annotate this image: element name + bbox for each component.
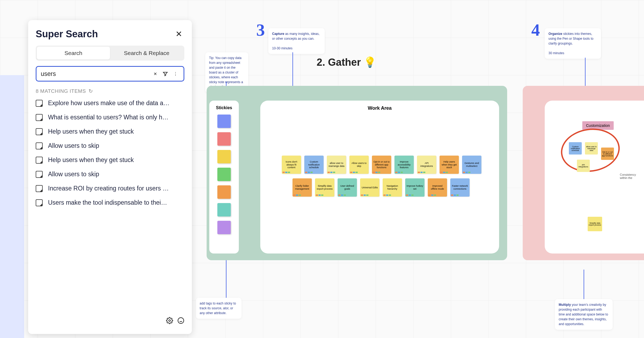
palette-swatch[interactable]	[217, 185, 231, 199]
search-result-item[interactable]: Allow users to skip	[36, 171, 184, 178]
sticky-note[interactable]: Improve accessibility features	[394, 156, 414, 174]
search-tabs: Search Search & Replace	[36, 46, 184, 61]
sticky-note[interactable]: allow user to rearrange data	[327, 156, 346, 174]
step-4-bold: Organize	[548, 32, 562, 36]
result-text: Allow users to skip	[48, 171, 99, 178]
palette-swatch[interactable]	[217, 203, 231, 216]
filter-icon[interactable]	[162, 70, 169, 78]
tab-search[interactable]: Search	[37, 47, 110, 60]
search-results-list: Explore how users make use of the data a…	[36, 100, 184, 206]
edge-line	[292, 52, 293, 87]
edge-line	[584, 270, 584, 299]
step-3-bold: Capture	[272, 32, 284, 36]
search-result-item[interactable]: Explore how users make use of the data a…	[36, 100, 184, 107]
tip-tags-text: add tags to each sticky to track its sou…	[200, 302, 236, 315]
search-result-item[interactable]: Allow users to skip	[36, 142, 184, 149]
palette-swatch[interactable]	[217, 221, 231, 234]
sticky-note[interactable]: User defined goals	[338, 178, 357, 197]
sticky-note[interactable]: Improve hotkey set	[405, 178, 425, 197]
sticky-icon	[36, 100, 43, 107]
multiply-card: Multiply your team's creativity by provi…	[555, 299, 613, 330]
feedback-icon[interactable]	[177, 317, 184, 326]
sticky-note[interactable]: allow user to rearrange data	[585, 142, 598, 155]
result-text: Explore how users make use of the data a…	[48, 100, 170, 107]
step-3-number: 3	[256, 20, 265, 40]
sticky-note[interactable]: Navigation hierarchy	[383, 178, 402, 197]
sticky-icon	[36, 128, 43, 135]
step-4-time: 30 minutes	[548, 51, 564, 55]
tip-tags-card: add tags to each sticky to track its sou…	[196, 298, 241, 319]
search-result-item[interactable]: Help users when they get stuck	[36, 128, 184, 135]
palette-swatch[interactable]	[217, 150, 231, 163]
search-result-item[interactable]: What is essential to users? What is only…	[36, 114, 184, 121]
sticky-note[interactable]: Universal Edits	[360, 178, 379, 197]
result-text: Increase ROI by creating routes for user…	[48, 185, 169, 192]
sticky-note[interactable]: Gestures and multiselect	[462, 156, 481, 174]
step-4-card: Organize stickies into themes, using the…	[545, 28, 601, 59]
search-panel-title: Super Search	[36, 28, 98, 40]
super-search-panel: Super Search ✕ Search Search & Replace ✕…	[28, 20, 192, 334]
refresh-icon[interactable]: ↻	[89, 88, 93, 94]
sticky-note[interactable]: Custom notification schedule	[304, 156, 324, 174]
result-text: Help users when they get stuck	[48, 128, 134, 135]
clear-icon[interactable]: ✕	[151, 70, 159, 78]
palette-swatch[interactable]	[217, 115, 231, 128]
result-text: Users make the tool indispensable to the…	[48, 199, 167, 206]
sticky-icon	[36, 114, 43, 121]
match-count: 8 MATCHING ITEMS ↻	[36, 88, 184, 94]
sticky-note[interactable]: Opt-in or out to different app functions	[601, 148, 614, 160]
sticky-icon	[36, 199, 43, 206]
edge-line	[585, 58, 586, 87]
svg-point-1	[178, 318, 184, 324]
step-3-time: 10-30 minutes	[272, 46, 292, 50]
settings-icon[interactable]	[166, 317, 173, 326]
palette-swatch[interactable]	[217, 132, 231, 146]
sticky-note[interactable]: Faster network connections	[450, 178, 470, 197]
edge-line	[226, 255, 226, 298]
sticky-note[interactable]: Opt-in or out to different app functions	[372, 156, 391, 174]
sticky-note[interactable]: Help users when they get stuck	[440, 156, 459, 174]
sticky-icon	[36, 142, 43, 149]
search-result-item[interactable]: Increase ROI by creating routes for user…	[36, 185, 184, 192]
stickies-label: Stickies	[216, 105, 232, 110]
search-result-item[interactable]: Help users when they get stuck	[36, 156, 184, 164]
work-area-label: Work Area	[260, 101, 499, 111]
more-icon[interactable]: ⋮	[172, 70, 179, 78]
step-3-card: Capture as many insights, ideas, or othe…	[268, 28, 325, 54]
sticky-note[interactable]: API integrations	[417, 156, 436, 174]
search-result-item[interactable]: Users make the tool indispensable to the…	[36, 199, 184, 206]
multiply-bold: Multiply	[559, 303, 571, 307]
sticky-note[interactable]: Custom notification schedule	[569, 142, 582, 155]
sticky-note[interactable]: API integrations	[577, 160, 590, 172]
customization-label[interactable]: Customization	[582, 121, 614, 130]
sticky-note[interactable]: Simplify data export process	[588, 217, 602, 231]
close-icon[interactable]: ✕	[173, 28, 184, 40]
work-area[interactable]: Work Area	[260, 101, 499, 254]
search-input-wrap: ✕ ⋮	[36, 66, 184, 82]
left-board-edge	[0, 75, 24, 338]
sticky-note[interactable]: Simplify data export process	[315, 178, 334, 197]
sticky-note[interactable]: Improved offline mode	[428, 178, 447, 197]
palette-swatch[interactable]	[217, 168, 231, 181]
result-text: Allow users to skip	[48, 142, 99, 149]
search-input[interactable]	[41, 70, 149, 78]
sticky-note[interactable]: Icons don't always fit content	[282, 156, 301, 174]
gather-title: 2. Gather 💡	[317, 56, 376, 68]
consistency-label: Consistency within the	[620, 173, 644, 179]
svg-point-0	[169, 320, 171, 322]
sticky-icon	[36, 171, 43, 178]
sticky-icon	[36, 157, 43, 164]
sticky-note[interactable]: Allow users to skip	[349, 156, 369, 174]
tab-search-replace[interactable]: Search & Replace	[110, 47, 183, 60]
result-text: Help users when they get stuck	[48, 156, 134, 164]
result-text: What is essential to users? What is only…	[48, 114, 169, 121]
stickies-palette: Stickies	[209, 101, 239, 254]
step-4-number: 4	[531, 20, 540, 40]
sticky-note[interactable]: Clarify folder management	[292, 178, 312, 197]
sticky-icon	[36, 185, 43, 192]
